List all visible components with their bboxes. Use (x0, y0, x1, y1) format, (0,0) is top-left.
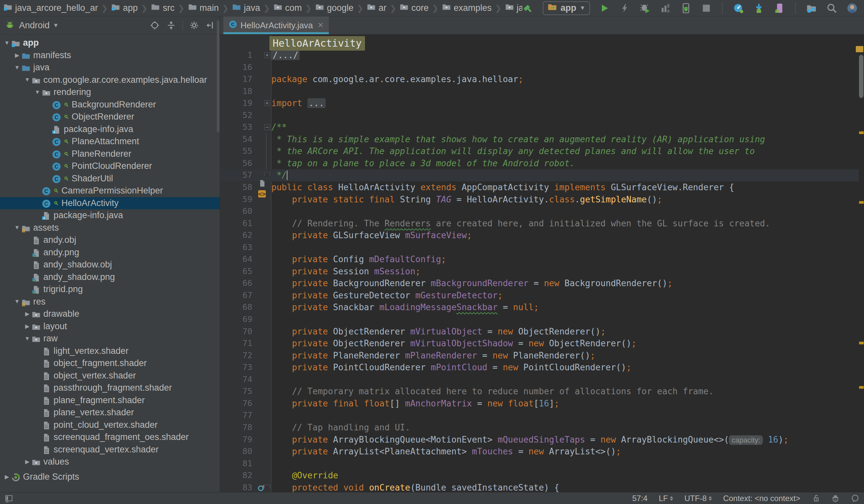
gutter-slot[interactable] (257, 205, 271, 217)
chevron-expanded-icon[interactable]: ▼ (3, 40, 11, 46)
tree-item-point-cloud-vertex-shader[interactable]: point_cloud_vertex.shader (0, 419, 220, 431)
breadcrumb-item-ar[interactable]: ar (367, 2, 386, 14)
warnings-indicator-icon[interactable] (856, 46, 863, 52)
code-line-79[interactable]: 79 private ArrayBlockingQueue<MotionEven… (220, 434, 859, 446)
sdk-manager-button[interactable] (753, 2, 765, 14)
gutter-slot[interactable] (257, 445, 271, 458)
status-encoding[interactable]: UTF-8 (684, 494, 712, 503)
breadcrumb-item-examples[interactable]: examples (442, 2, 492, 14)
code-line-17[interactable]: 17package com.google.ar.core.examples.ja… (220, 73, 859, 85)
tree-item-values[interactable]: ▶values (0, 456, 220, 468)
tree-item-com-google-ar-core-examples-java-helloar[interactable]: ▼com.google.ar.core.examples.java.helloa… (0, 74, 220, 86)
tree-item-manifests[interactable]: ▶manifests (0, 49, 220, 62)
tree-item-app[interactable]: ▼app (0, 37, 220, 49)
line-number[interactable]: 82 (220, 469, 257, 482)
line-number[interactable]: 70 (220, 326, 257, 338)
code-line-66[interactable]: 66 private BackgroundRenderer mBackgroun… (220, 277, 859, 289)
collapse-all-button[interactable] (166, 20, 176, 30)
gutter-slot[interactable] (257, 409, 271, 421)
code-lines[interactable]: 1+/.../1617package com.google.ar.core.ex… (220, 49, 859, 492)
status-context[interactable]: Context: <no context> (723, 494, 800, 503)
tree-item-package-info-java[interactable]: Jpackage-info.java (0, 209, 220, 222)
code-line-76[interactable]: 76 private final float[] mAnchorMatrix =… (220, 398, 859, 410)
make-project-button[interactable] (522, 2, 534, 14)
breadcrumb-item-java[interactable]: java (505, 2, 523, 14)
chevron-expanded-icon[interactable]: ▼ (23, 76, 32, 83)
line-number[interactable]: 59 (220, 193, 257, 206)
close-icon[interactable]: ✕ (318, 21, 324, 29)
project-view-mode[interactable]: Android (19, 20, 50, 31)
gutter-slot[interactable] (257, 73, 271, 85)
gutter-slot[interactable] (257, 61, 271, 74)
hector-icon[interactable] (831, 494, 840, 503)
code-line-70[interactable]: 70 private ObjectRenderer mVirtualObject… (220, 326, 859, 338)
code-line-1[interactable]: 1+/.../ (220, 49, 859, 61)
code-line-60[interactable]: 60 (220, 205, 859, 217)
tree-item-helloaractivity[interactable]: CHelloArActivity (0, 197, 220, 209)
code-line-53[interactable]: 53−/** (220, 121, 859, 133)
line-number[interactable]: 68 (220, 301, 257, 313)
gutter-slot[interactable] (257, 313, 271, 326)
gutter-slot[interactable] (257, 374, 271, 386)
tree-item-gradle-scripts[interactable]: ▶Gradle Scripts (0, 471, 220, 483)
gutter-slot[interactable]: <> (257, 181, 271, 193)
line-number[interactable]: 69 (220, 313, 257, 326)
profile-button[interactable] (660, 2, 672, 14)
tree-item-andy-shadow-obj[interactable]: andy_shadow.obj (0, 259, 220, 271)
stop-button[interactable] (700, 2, 712, 14)
gutter-slot[interactable] (257, 421, 271, 434)
warning-stripe-mark[interactable] (859, 201, 864, 204)
tree-item-shaderutil[interactable]: CShaderUtil (0, 172, 220, 185)
bubble-icon[interactable] (851, 494, 860, 503)
breadcrumb-item-src[interactable]: src (151, 2, 175, 14)
tree-item-assets[interactable]: ▼assets (0, 222, 220, 234)
tree-item-layout[interactable]: ▶layout (0, 320, 220, 333)
gutter-slot[interactable] (257, 350, 271, 362)
hide-panel-button[interactable] (206, 20, 216, 30)
status-caret-position[interactable]: 57:4 (632, 494, 648, 503)
editor-scrollbar-thumb[interactable] (859, 55, 863, 98)
warning-stripe-mark[interactable] (859, 386, 864, 389)
lock-icon[interactable] (812, 494, 820, 503)
line-number[interactable]: 80 (220, 445, 257, 458)
tree-item-pointcloudrenderer[interactable]: CPointCloudRenderer (0, 160, 220, 172)
gutter-slot[interactable] (257, 469, 271, 482)
tree-item-res[interactable]: ▼res (0, 296, 220, 308)
avd-manager-button[interactable] (733, 2, 744, 14)
breadcrumb-item-main[interactable]: main (188, 2, 219, 14)
chevron-expanded-icon[interactable]: ▼ (23, 335, 32, 342)
code-line-72[interactable]: 72 private PlaneRenderer mPlaneRenderer … (220, 350, 859, 362)
gutter-slot[interactable]: + (257, 97, 271, 109)
code-line-75[interactable]: 75 // Temporary matrix allocated here to… (220, 385, 859, 398)
warning-stripe-mark[interactable] (859, 131, 864, 134)
code-line-68[interactable]: 68 private Snackbar mLoadingMessageSnack… (220, 301, 859, 313)
code-line-59[interactable]: 59 private static final String TAG = Hel… (220, 193, 859, 206)
breadcrumb-item-com[interactable]: com (273, 2, 302, 14)
breadcrumb-item-google[interactable]: google (315, 2, 353, 14)
tree-item-plane-vertex-shader[interactable]: plane_vertex.shader (0, 406, 220, 419)
tree-item-screenquad-vertex-shader[interactable]: screenquad_vertex.shader (0, 444, 220, 456)
gutter-slot[interactable] (257, 217, 271, 230)
code-line-52[interactable]: 52 (220, 109, 859, 122)
gutter-slot[interactable] (257, 434, 271, 446)
line-number[interactable]: 63 (220, 241, 257, 254)
line-number[interactable]: 75 (220, 385, 257, 398)
code-line-57[interactable]: 57 */ (220, 169, 859, 181)
status-line-ending[interactable]: LF (659, 494, 673, 503)
line-number[interactable]: 60 (220, 205, 257, 217)
code-line-67[interactable]: 67 private GestureDetector mGestureDetec… (220, 289, 859, 302)
warning-stripe-mark[interactable] (859, 342, 864, 344)
line-number[interactable]: 72 (220, 350, 257, 362)
tree-item-package-info-java[interactable]: Jpackage-info.java (0, 123, 220, 136)
gutter-slot[interactable] (257, 229, 271, 241)
code-line-83[interactable]: 83 protected void onCreate(Bundle savedI… (220, 482, 859, 492)
code-line-58[interactable]: 58<>public class HelloArActivity extends… (220, 181, 859, 193)
line-number[interactable]: 56 (220, 157, 257, 169)
line-number[interactable]: 1 (220, 49, 257, 61)
attach-debugger-button[interactable] (680, 2, 692, 14)
code-line-77[interactable]: 77 (220, 409, 859, 421)
line-number[interactable]: 74 (220, 374, 257, 386)
chevron-collapsed-icon[interactable]: ▶ (23, 311, 32, 317)
locate-file-button[interactable] (150, 20, 160, 30)
code-line-55[interactable]: 55 * the ARCore API. The application wil… (220, 145, 859, 157)
